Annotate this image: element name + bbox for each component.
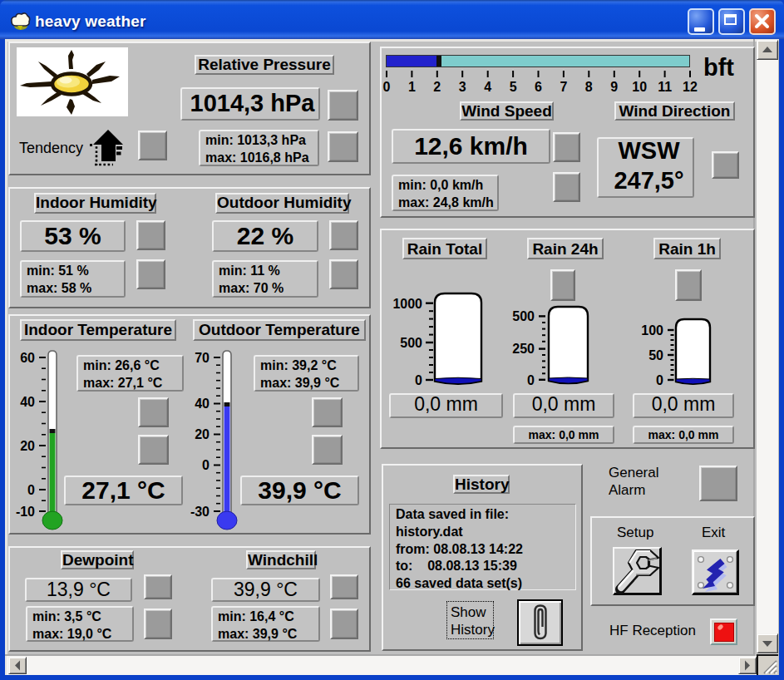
svg-text:250: 250	[512, 342, 535, 356]
svg-text:500: 500	[400, 336, 422, 350]
svg-text:8: 8	[585, 80, 593, 94]
svg-text:500: 500	[512, 309, 535, 323]
svg-text:11: 11	[658, 80, 672, 94]
svg-text:20: 20	[195, 427, 210, 441]
svg-text:60: 60	[20, 351, 35, 365]
svg-text:0: 0	[202, 458, 210, 472]
svg-text:4: 4	[484, 80, 491, 94]
svg-text:bft: bft	[703, 54, 734, 81]
svg-text:0: 0	[656, 373, 663, 387]
svg-text:40: 40	[20, 395, 35, 409]
svg-text:3: 3	[459, 80, 466, 94]
svg-text:0: 0	[27, 483, 35, 497]
svg-text:10: 10	[632, 80, 647, 94]
svg-text:40: 40	[195, 397, 210, 411]
svg-text:20: 20	[20, 439, 35, 453]
svg-text:12: 12	[683, 80, 698, 94]
svg-text:0: 0	[415, 373, 422, 387]
svg-text:70: 70	[195, 351, 210, 365]
svg-text:0: 0	[383, 80, 391, 94]
svg-text:6: 6	[535, 80, 542, 94]
svg-text:1000: 1000	[392, 297, 422, 311]
svg-text:7: 7	[560, 80, 567, 94]
svg-text:5: 5	[510, 80, 517, 94]
svg-text:2: 2	[433, 80, 441, 94]
svg-text:-30: -30	[190, 505, 210, 519]
svg-text:9: 9	[610, 80, 618, 94]
svg-text:100: 100	[641, 323, 663, 338]
svg-text:1: 1	[408, 80, 416, 94]
svg-text:-10: -10	[16, 505, 35, 519]
svg-text:0: 0	[527, 373, 535, 387]
svg-text:50: 50	[648, 348, 663, 362]
